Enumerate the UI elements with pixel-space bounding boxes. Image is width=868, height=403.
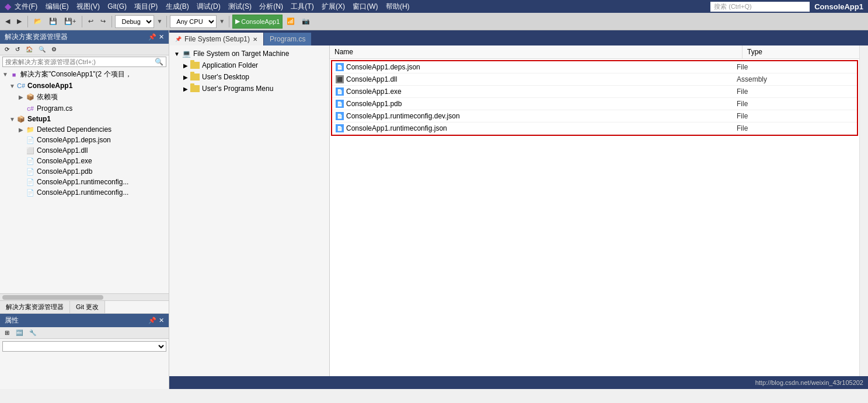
file2-label: ConsoleApp1.dll: [37, 146, 88, 155]
save-all-button[interactable]: 💾+: [61, 15, 79, 29]
tree-item-solution[interactable]: ▼ ■ 解决方案"ConsoleApp1"(2 个项目，: [0, 68, 169, 80]
fs-desktop-arrow: ▶: [183, 74, 188, 80]
solution-icon: ■: [9, 71, 19, 79]
properties-dropdown[interactable]: [2, 341, 166, 352]
left-panel: 解决方案资源管理器 📌 ✕ ⟳ ↺ 🏠 🔍 ⚙ 🔍 ▼ ■ 解决方案"Conso…: [0, 30, 169, 389]
fs-programs-label: User's Programs Menu: [202, 85, 273, 93]
file-row-5[interactable]: 📄 ConsoleApp1.runtimeconfig.json File: [332, 122, 857, 135]
pin-button[interactable]: 📌: [148, 33, 156, 41]
tab-filesystem-close[interactable]: ✕: [253, 36, 257, 43]
title-bar: ◆ 文件(F) 编辑(E) 视图(V) Git(G) 项目(P) 生成(B) 调…: [0, 0, 868, 13]
tree-item-file5[interactable]: 📄 ConsoleApp1.runtimeconfig...: [0, 177, 169, 187]
file-row-1[interactable]: ⬛ ConsoleApp1.dll Assembly: [332, 73, 857, 86]
h-scrollbar[interactable]: [0, 293, 169, 300]
file0-name: ConsoleApp1.deps.json: [346, 63, 737, 71]
tree-item-consoleapp1[interactable]: ▼ C# ConsoleApp1: [0, 80, 169, 91]
fs-root-arrow: ▼: [174, 51, 180, 57]
file5-name: ConsoleApp1.runtimeconfig.json: [346, 124, 737, 132]
file-row-0[interactable]: 📄 ConsoleApp1.deps.json File: [332, 61, 857, 73]
tree-item-file2[interactable]: ⬜ ConsoleApp1.dll: [0, 145, 169, 156]
sep4: [166, 16, 167, 27]
git-changes-tab[interactable]: Git 更改: [70, 301, 105, 313]
props-close-button[interactable]: ✕: [159, 317, 164, 324]
run-button[interactable]: ▶ ConsoleApp1: [232, 15, 283, 29]
debug-config-dropdown[interactable]: Debug: [115, 15, 154, 28]
file2-icon: ⬜: [26, 146, 35, 155]
screenshot-button[interactable]: 📷: [299, 15, 313, 29]
file-row-4[interactable]: 📄 ConsoleApp1.runtimeconfig.dev.json Fil…: [332, 110, 857, 122]
tree-item-file4[interactable]: 📄 ConsoleApp1.pdb: [0, 166, 169, 177]
programcs-arrow: [19, 106, 26, 112]
file5-icon: 📄: [336, 124, 344, 132]
tab-filesystem[interactable]: 📌 File System (Setup1) ✕: [169, 33, 264, 45]
tree-item-programcs[interactable]: c# Program.cs: [0, 103, 169, 114]
setup1-label: Setup1: [27, 115, 51, 123]
device-button[interactable]: 📶: [284, 15, 298, 29]
f3-arrow: [19, 158, 26, 164]
props-wrench-button[interactable]: 🔧: [27, 328, 39, 337]
props-pin-button[interactable]: 📌: [148, 317, 156, 324]
solution-explorer-header: 解决方案资源管理器 📌 ✕: [0, 30, 169, 44]
programcs-label: Program.cs: [37, 104, 72, 113]
fs-app-arrow: ▶: [183, 62, 188, 69]
home-button[interactable]: 🏠: [23, 45, 35, 54]
save-button[interactable]: 💾: [46, 15, 60, 29]
file4-label: ConsoleApp1.pdb: [37, 167, 92, 176]
fs-app-folder-icon: [190, 62, 200, 69]
redo-button[interactable]: ↪: [97, 15, 109, 29]
tree-item-file6[interactable]: 📄 ConsoleApp1.runtimeconfig...: [0, 187, 169, 198]
file-row-2[interactable]: 📄 ConsoleApp1.exe File: [332, 86, 857, 98]
dropdown-arrow: ▼: [156, 18, 162, 24]
tree-item-file3[interactable]: 📄 ConsoleApp1.exe: [0, 156, 169, 166]
content-header: Name Type: [330, 45, 859, 59]
file6-icon: 📄: [26, 188, 35, 197]
file-row-3[interactable]: 📄 ConsoleApp1.pdb File: [332, 98, 857, 110]
fs-folder-programs[interactable]: ▶ User's Programs Menu: [169, 83, 329, 94]
open-button[interactable]: 📂: [31, 15, 45, 29]
setup1-arrow: ▼: [9, 116, 16, 122]
tree-item-setup1[interactable]: ▼ 📦 Setup1: [0, 114, 169, 124]
fs-folder-desktop[interactable]: ▶ User's Desktop: [169, 71, 329, 83]
right-scrollbar[interactable]: [859, 45, 868, 376]
forward-button[interactable]: ▶: [14, 15, 25, 29]
fs-programs-folder-icon: [190, 85, 200, 92]
search-input[interactable]: [5, 58, 155, 65]
tab-programcs[interactable]: Program.cs: [264, 33, 312, 45]
main-layout: 解决方案资源管理器 📌 ✕ ⟳ ↺ 🏠 🔍 ⚙ 🔍 ▼ ■ 解决方案"Conso…: [0, 30, 868, 389]
file5-icon: 📄: [26, 178, 35, 186]
close-panel-button[interactable]: ✕: [159, 33, 164, 41]
tree-item-file1[interactable]: 📄 ConsoleApp1.deps.json: [0, 135, 169, 145]
properties-content: [0, 339, 169, 354]
solution-explorer-tab[interactable]: 解决方案资源管理器: [0, 301, 70, 313]
project-icon: C#: [16, 82, 26, 90]
settings-btn[interactable]: ⚙: [49, 45, 59, 54]
doc-area: ▼ 💻 File System on Target Machine ▶ Appl…: [169, 45, 868, 376]
file4-icon: 📄: [26, 167, 35, 176]
fs-root-icon: 💻: [182, 50, 191, 58]
tree-item-deps[interactable]: ▶ 📦 依赖项: [0, 91, 169, 103]
file3-icon: 📄: [26, 157, 35, 165]
search-icon: 🔍: [155, 58, 163, 66]
props-grid-button[interactable]: ⊞: [2, 328, 12, 337]
sync-button[interactable]: ⟳: [2, 45, 12, 54]
tree-item-detected[interactable]: ▶ 📁 Detected Dependencies: [0, 124, 169, 135]
tab-programcs-label: Program.cs: [270, 35, 305, 43]
props-sort-button[interactable]: 🔤: [13, 328, 25, 337]
panel-toolbar: ⟳ ↺ 🏠 🔍 ⚙: [0, 44, 169, 55]
fs-root[interactable]: ▼ 💻 File System on Target Machine: [169, 48, 329, 59]
file0-icon: 📄: [336, 63, 344, 71]
filter-button[interactable]: 🔍: [36, 45, 48, 54]
file2-icon: 📄: [336, 87, 344, 96]
deps-label: 依赖项: [37, 92, 58, 102]
platform-dropdown[interactable]: Any CPU: [170, 15, 217, 28]
back-button[interactable]: ◀: [2, 15, 13, 29]
properties-toolbar: ⊞ 🔤 🔧: [0, 327, 169, 339]
sep5: [229, 16, 229, 27]
panel-search-box[interactable]: 🔍: [2, 57, 166, 67]
refresh-button[interactable]: ↺: [13, 45, 22, 54]
title-search[interactable]: 搜索 (Ctrl+Q): [710, 2, 810, 12]
sep3: [111, 16, 112, 27]
undo-button[interactable]: ↩: [85, 15, 96, 29]
fs-folder-app[interactable]: ▶ Application Folder: [169, 59, 329, 71]
f5-arrow: [19, 179, 26, 185]
